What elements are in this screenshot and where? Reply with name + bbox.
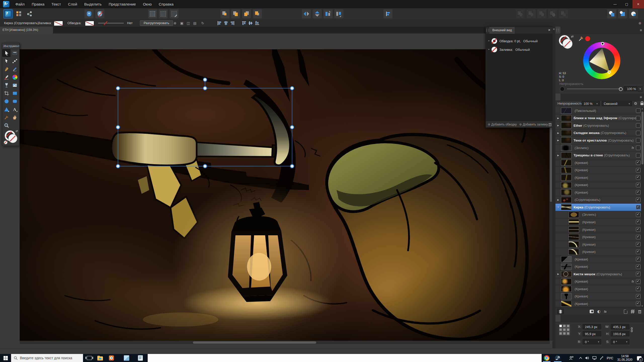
vector-brush-tool[interactable] [2,73,11,81]
rotation-center-icon[interactable]: ↻ [201,20,204,27]
fx-badge[interactable]: fx [632,146,634,150]
point-transform-tool[interactable] [11,57,19,65]
clock[interactable]: 14:5831.05.2020 [615,354,634,362]
boolean-add-icon[interactable]: + [516,9,525,18]
minimize-button[interactable]: — [609,0,621,8]
collapse-dock-icon[interactable]: ✕ [553,28,555,31]
hue-marker[interactable] [601,42,604,45]
alignment-icon[interactable] [383,9,392,18]
swap-colors-icon[interactable]: ⇄ [571,35,574,38]
panel-tab[interactable] [571,94,576,101]
canvas-artwork[interactable] [20,49,550,342]
new-pixel-layer-icon[interactable] [631,310,634,313]
pen-tool[interactable] [2,65,11,73]
media-player-icon[interactable] [106,354,116,362]
layer-row[interactable]: (Кривая) fx [555,233,644,241]
layer-visibility-checkbox[interactable] [636,220,640,224]
expand-arrow-icon[interactable]: ▶ [555,273,561,275]
close-button[interactable]: ✕ [632,0,644,8]
layer-visibility-checkbox[interactable] [636,116,640,120]
file-explorer-icon[interactable] [95,354,105,362]
layer-visibility-checkbox[interactable] [636,301,640,306]
align-center-icon[interactable] [223,21,228,26]
blend-mode-dropdown[interactable]: Сквозной▼ [602,101,632,106]
expand-arrow-icon[interactable]: ▼ [555,206,561,208]
layer-row[interactable]: (Кривая) fx [555,159,644,167]
layer-thumbnail[interactable] [561,271,572,277]
anchor-point-selector[interactable] [559,324,570,335]
layer-thumbnail[interactable] [569,249,579,255]
layer-thumbnail[interactable] [569,227,579,233]
panel-tab[interactable] [566,27,571,34]
layer-thumbnail[interactable] [561,286,572,292]
rectangle-tool[interactable] [11,89,19,97]
layer-thumbnail[interactable] [561,256,572,262]
layer-effects-icon[interactable]: fx [604,310,607,313]
y-field[interactable]: 95,9 px [583,331,601,336]
layer-thumbnail[interactable] [561,167,572,173]
boolean-divide-icon[interactable] [548,9,557,18]
delete-layer-icon[interactable] [638,310,641,313]
layer-row[interactable]: ▶ (Сгруппировать) fx [555,196,644,204]
start-button[interactable] [0,354,11,362]
panel-grip[interactable] [556,28,559,32]
layer-row[interactable]: (Кривая) fx [555,166,644,174]
scroll-up-icon[interactable]: ▲ [641,108,643,110]
transform-mode-icon[interactable]: ⊕ [174,20,177,27]
arrange-front-icon[interactable] [253,9,262,18]
layer-thumbnail[interactable] [569,241,579,247]
shade-marker[interactable] [608,70,611,74]
snapping-options-icon[interactable]: ⊕ [638,20,641,27]
fill-swatch[interactable] [54,21,63,26]
flip-vertical-icon[interactable] [313,9,322,18]
notification-center-icon[interactable]: 2 [635,354,643,362]
layer-thumbnail[interactable] [561,301,572,307]
tray-chevron-icon[interactable] [578,354,584,362]
layer-thumbnail[interactable] [561,264,572,270]
layer-visibility-checkbox[interactable] [636,294,640,299]
layer-row[interactable]: ▶ Складки мешка (Сгруппировать) fx [555,129,644,137]
align-left-icon[interactable] [217,21,222,26]
layer-thumbnail[interactable] [561,293,572,299]
layers-scrollbar[interactable]: ▲ ▼ [641,107,644,308]
layer-visibility-checkbox[interactable] [636,183,640,187]
marquee-partial-icon[interactable] [159,9,168,18]
dock-divider[interactable]: ✕ [552,27,555,348]
layer-visibility-checkbox[interactable] [636,175,640,180]
triangle-shape-tool[interactable] [2,105,11,113]
menu-item[interactable]: Правка [28,0,48,8]
panel-tab[interactable] [555,315,560,322]
panel-grip[interactable] [487,29,489,32]
mask-layer-icon[interactable] [590,310,594,313]
insert-inside-icon[interactable] [629,9,638,18]
document-tab[interactable]: ETH [Изменено] (159.3%) [0,27,53,33]
opacity-value[interactable]: 100 % [624,86,637,91]
opacity-knob-icon[interactable] [560,87,565,91]
panel-menu-icon[interactable]: ≡ [640,28,642,32]
layer-row[interactable]: (Кривая) fx [555,256,644,263]
layer-visibility-checkbox[interactable] [636,212,640,217]
panel-tab[interactable] [566,315,571,322]
layer-visibility-checkbox[interactable] [636,138,640,143]
layer-row[interactable]: (Кривая) fx [555,181,644,189]
panel-menu-icon[interactable]: ≡ [640,95,642,99]
align-middle-icon[interactable] [248,21,253,26]
lock-icon[interactable] [640,103,643,105]
fill-color-well[interactable] [562,39,573,49]
layer-thumbnail[interactable] [561,137,572,143]
align-right-icon[interactable] [230,21,235,26]
pen-tray-icon[interactable] [598,354,605,362]
arrange-forward-icon[interactable] [242,9,251,18]
boolean-combine-icon[interactable] [559,9,568,18]
layer-row[interactable]: (Кривая) fx [555,189,644,196]
arrange-back-icon[interactable] [220,9,229,18]
panel-tab[interactable] [566,94,571,101]
ungroup-button[interactable]: Разгруппировать [140,20,173,26]
menu-item[interactable]: Окно [139,0,155,8]
designer-persona-icon[interactable] [4,9,13,18]
fill-tool[interactable] [2,81,11,89]
boolean-intersect-icon[interactable] [537,9,546,18]
new-layer-icon[interactable] [624,309,627,314]
layer-visibility-checkbox[interactable] [636,153,640,158]
layers-stack-icon[interactable] [557,309,564,314]
